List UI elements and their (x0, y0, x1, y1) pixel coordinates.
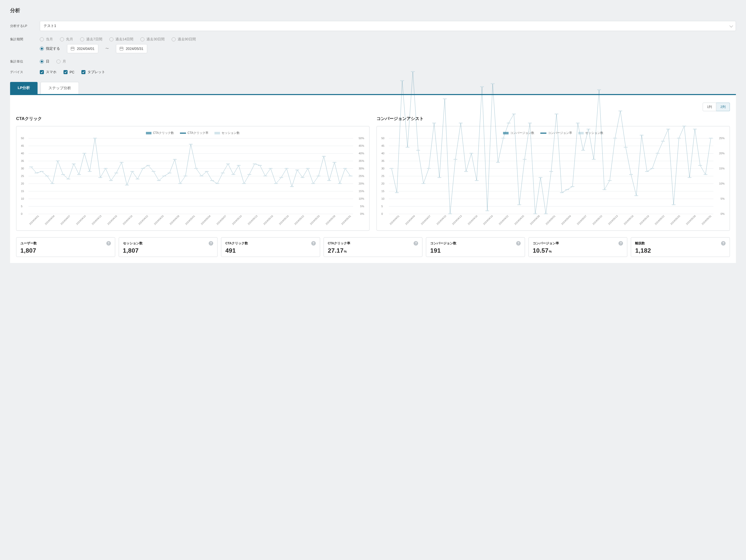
x-tick (637, 218, 638, 219)
device-checkbox[interactable]: スマホ (40, 70, 56, 74)
lp-select[interactable]: テスト1 (40, 21, 736, 31)
x-tick: 2024/04/07 (420, 215, 431, 225)
unit-radio[interactable]: 月 (56, 59, 66, 64)
svg-point-113 (666, 129, 670, 129)
chart-title: CTAクリック (16, 116, 370, 121)
svg-point-32 (200, 176, 203, 176)
x-tick (557, 218, 558, 219)
svg-point-16 (114, 173, 118, 173)
device-checkbox[interactable]: PC (63, 70, 74, 74)
svg-point-55 (322, 156, 326, 157)
x-tick (697, 218, 698, 219)
svg-point-10 (82, 153, 86, 153)
svg-point-19 (130, 171, 134, 172)
svg-point-94 (565, 189, 569, 190)
help-icon[interactable]: ? (413, 241, 418, 246)
svg-point-101 (603, 189, 606, 190)
unit-radio-label: 日 (46, 59, 49, 64)
x-tick: 2024/04/19 (122, 215, 133, 225)
svg-point-34 (210, 180, 214, 181)
svg-point-22 (146, 165, 150, 166)
period-specify-radio[interactable]: 指定する (40, 47, 60, 51)
x-tick (652, 218, 653, 219)
kpi-value: 10.57% (533, 247, 623, 254)
x-tick: 2024/05/04 (200, 215, 211, 225)
x-tick (588, 218, 589, 219)
device-checkbox[interactable]: タブレット (81, 70, 105, 74)
x-tick (543, 218, 544, 219)
x-tick (214, 218, 215, 219)
svg-point-70 (437, 177, 441, 178)
tab-lp[interactable]: LP分析 (10, 82, 37, 94)
svg-point-83 (507, 123, 511, 123)
period-radio[interactable]: 先月 (60, 37, 73, 41)
help-icon[interactable]: ? (721, 241, 725, 246)
help-icon[interactable]: ? (311, 241, 316, 246)
svg-point-92 (555, 114, 558, 114)
checkbox-icon (81, 70, 85, 74)
svg-point-45 (269, 168, 272, 169)
svg-point-18 (125, 185, 129, 185)
y-tick-left: 30 (381, 167, 384, 170)
x-tick (182, 218, 183, 219)
svg-point-79 (485, 211, 489, 211)
period-radio-label: 当月 (46, 37, 53, 41)
x-tick: 2024/04/04 (45, 215, 55, 225)
y-tick-left: 10 (21, 197, 24, 200)
period-radio[interactable]: 過去90日間 (172, 37, 196, 41)
x-tick (261, 218, 262, 219)
y-tick-left: 50 (21, 137, 24, 140)
radio-icon (40, 47, 44, 51)
x-tick (40, 218, 41, 219)
period-specify-label: 指定する (46, 47, 60, 51)
y-tick-right: 20% (719, 152, 724, 155)
chart-legend: コンバージョン数コンバージョン率セッション数 (380, 131, 726, 135)
date-from-value: 2024/04/01 (77, 47, 94, 51)
period-radio[interactable]: 過去7日間 (80, 37, 102, 41)
columns-1-button[interactable]: 1列 (702, 103, 716, 111)
period-radio[interactable]: 過去14日間 (109, 37, 134, 41)
help-icon[interactable]: ? (516, 241, 521, 246)
x-tick: 2024/04/07 (60, 215, 70, 225)
svg-point-105 (624, 147, 628, 147)
period-radio[interactable]: 当月 (40, 37, 53, 41)
svg-point-62 (395, 192, 399, 193)
help-icon[interactable]: ? (619, 241, 623, 246)
svg-point-93 (560, 192, 564, 193)
svg-point-107 (634, 195, 638, 196)
period-radio[interactable]: 過去30日間 (140, 37, 165, 41)
svg-point-118 (693, 129, 697, 129)
svg-point-65 (411, 72, 415, 72)
x-tick: 2024/05/13 (247, 215, 258, 225)
help-icon[interactable]: ? (209, 241, 213, 246)
x-tick (448, 218, 449, 219)
svg-point-114 (672, 204, 676, 205)
unit-radio[interactable]: 日 (40, 59, 49, 64)
svg-point-121 (709, 138, 713, 138)
help-icon[interactable]: ? (106, 241, 111, 246)
x-tick (668, 218, 669, 219)
date-from-input[interactable]: 2024/04/01 (67, 44, 98, 53)
svg-point-56 (327, 180, 331, 181)
svg-point-98 (586, 129, 590, 129)
x-tick (463, 218, 464, 219)
svg-point-1 (34, 173, 38, 173)
tab-step[interactable]: ステップ分析 (40, 82, 79, 94)
unit-radio-label: 月 (62, 59, 66, 64)
device-label: PC (69, 70, 74, 74)
x-tick (198, 218, 199, 219)
y-tick-left: 45 (381, 144, 384, 147)
x-tick (56, 218, 57, 219)
x-tick: 2024/04/28 (529, 215, 540, 225)
columns-2-button[interactable]: 2列 (716, 103, 730, 111)
device-label: スマホ (46, 70, 56, 74)
calendar-icon (71, 47, 74, 50)
x-tick: 2024/05/16 (623, 215, 634, 225)
x-tick (417, 218, 418, 219)
x-tick (228, 218, 229, 219)
date-to-input[interactable]: 2024/05/31 (116, 44, 147, 53)
filter-unit-label: 集計単位 (10, 59, 33, 64)
svg-point-76 (469, 153, 473, 153)
svg-point-59 (343, 168, 347, 169)
x-tick (481, 218, 482, 219)
